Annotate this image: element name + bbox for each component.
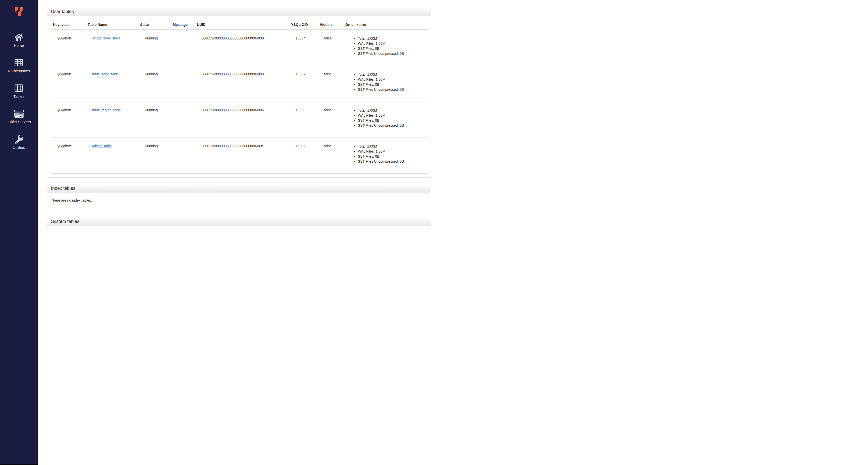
table-row: yugabyte critical_table Running 000033c0… [51,138,428,173]
utilities-icon [14,135,23,144]
disk-wal: WAL Files: 1.00M [358,113,426,118]
disk-total: Total: 1.00M [358,144,426,149]
tablet-servers-icon [14,109,24,118]
cell-uuid: 000033c0000030008000000000004003 [195,66,289,101]
cell-table-name: critical_table [86,138,138,173]
col-header-ysql-oid: YSQL OID [289,20,318,30]
disk-wal: WAL Files: 1.00M [358,41,426,46]
cell-ysql-oid: 16396 [289,138,318,173]
cell-hidden: false [318,101,343,138]
col-header-on-disk-size: On-disk size [343,20,428,30]
system-tables-title: System tables [47,217,431,226]
sidebar: Home Namespaces [0,0,38,233]
col-header-uuid: UUID [282,230,376,233]
home-icon [14,33,23,42]
yugabyte-logo[interactable] [13,6,24,17]
col-header-keyspace: Keyspace [51,20,86,30]
sidebar-item-label: Home [14,43,24,48]
cell-state: Running [138,101,171,138]
disk-sst: SST Files: 0B [358,154,426,159]
table-row: yugabyte single_zone_table Running 00003… [51,30,428,66]
cell-message [171,138,195,173]
cell-keyspace: yugabyte [51,66,86,101]
col-header-keyspace: Keyspace [51,230,100,233]
cell-ysql-oid: 16384 [289,30,318,66]
system-tables-panel: System tables Keyspace Table Name State … [47,217,431,233]
sidebar-nav: Home Namespaces [0,33,38,160]
disk-sst: SST Files: 0B [358,82,426,87]
cell-message [171,30,195,66]
cell-on-disk-size: Total: 1.00M WAL Files: 1.00M SST Files:… [343,101,428,138]
user-tables-body: Keyspace Table Name State Message UUID Y… [47,16,431,177]
sidebar-item-utilities[interactable]: Utilities [0,135,38,150]
sidebar-item-tablet-servers[interactable]: Tablet Servers [0,109,38,124]
table-name-link[interactable]: single_zone_table [92,36,121,40]
col-header-table-name: Table Name [100,230,226,233]
col-header-message: Message [258,230,282,233]
sidebar-item-label: Tables [13,94,24,99]
table-row: yugabyte multi_zone_table Running 000033… [51,66,428,101]
disk-sst: SST Files: 0B [358,46,426,51]
user-tables-title: User tables [47,7,431,16]
user-tables-panel: User tables Keyspace Table Name State Me… [47,7,431,178]
table-name-link[interactable]: critical_table [92,144,112,148]
on-disk-size-list: Total: 1.00M WAL Files: 1.00M SST Files:… [350,72,426,92]
system-tables-header-row: Keyspace Table Name State Message UUID Y… [51,230,428,233]
cell-on-disk-size: Total: 1.00M WAL Files: 1.00M SST Files:… [343,66,428,101]
col-header-hidden: Hidden [318,20,343,30]
disk-total: Total: 1.00M [358,108,426,113]
cell-state: Running [138,66,171,101]
sidebar-item-label: Utilities [13,145,25,150]
cell-hidden: false [318,66,343,101]
cell-table-name: single_zone_table [86,30,138,66]
cell-keyspace: yugabyte [51,101,86,138]
cell-uuid: 000033c0000030008000000000004000 [195,30,289,66]
cell-on-disk-size: Total: 1.00M WAL Files: 1.00M SST Files:… [343,30,428,66]
table-name-link[interactable]: multi_zone_table [92,72,119,76]
table-name-link[interactable]: multi_region_table [92,108,121,112]
col-header-table-name: Table Name [86,20,138,30]
tables-icon [14,84,23,93]
col-header-uuid: UUID [195,20,289,30]
cell-keyspace: yugabyte [51,30,86,66]
main-content: User tables Keyspace Table Name State Me… [38,0,434,233]
namespaces-icon [14,58,23,67]
sidebar-item-label: Tablet Servers [7,119,31,124]
disk-sst: SST Files: 0B [358,118,426,123]
cell-message [171,66,195,101]
cell-on-disk-size: Total: 1.00M WAL Files: 1.00M SST Files:… [343,138,428,173]
cell-message [171,101,195,138]
system-tables-table: Keyspace Table Name State Message UUID Y… [51,230,428,233]
col-header-hidden: Hidden [400,230,428,233]
sidebar-item-home[interactable]: Home [0,33,38,48]
cell-table-name: multi_region_table [86,101,138,138]
index-tables-body: There are no index tables. [47,193,431,211]
cell-state: Running [138,30,171,66]
disk-sst-uncompressed: SST Files Uncompressed: 0B [358,87,426,92]
sidebar-item-namespaces[interactable]: Namespaces [0,58,38,74]
disk-sst-uncompressed: SST Files Uncompressed: 0B [358,123,426,128]
yugabyte-logo-icon [13,6,24,17]
sidebar-item-tables[interactable]: Tables [0,84,38,99]
col-header-state: State [138,20,171,30]
system-tables-body: Keyspace Table Name State Message UUID Y… [47,226,431,233]
col-header-state: State [226,230,258,233]
on-disk-size-list: Total: 1.00M WAL Files: 1.00M SST Files:… [350,36,426,56]
cell-uuid: 000033c000003000800000000000400c [195,138,289,173]
on-disk-size-list: Total: 1.00M WAL Files: 1.00M SST Files:… [350,144,426,164]
user-tables-table: Keyspace Table Name State Message UUID Y… [51,20,428,174]
on-disk-size-list: Total: 1.00M WAL Files: 1.00M SST Files:… [350,108,426,128]
disk-total: Total: 1.00M [358,36,426,41]
col-header-message: Message [171,20,195,30]
disk-total: Total: 1.00M [358,72,426,77]
sidebar-item-label: Namespaces [8,68,30,74]
index-tables-panel: Index tables There are no index tables. [47,184,431,211]
cell-uuid: 000033c0000030008000000000004006 [195,101,289,138]
index-tables-empty-message: There are no index tables. [51,197,427,207]
disk-sst-uncompressed: SST Files Uncompressed: 0B [358,51,426,56]
cell-hidden: false [318,138,343,173]
cell-state: Running [138,138,171,173]
disk-sst-uncompressed: SST Files Uncompressed: 0B [358,159,426,164]
col-header-ysql-oid: YSQL OID [376,230,400,233]
index-tables-title: Index tables [47,184,431,193]
